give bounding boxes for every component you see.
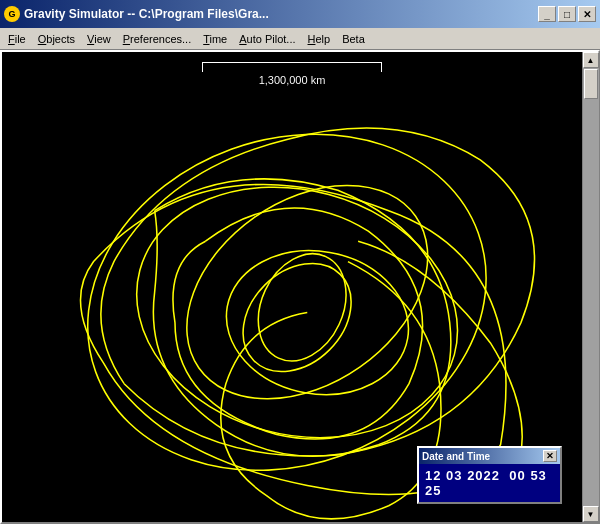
datetime-content: 12 03 2022 00 53 25	[419, 464, 560, 502]
title-bar: G Gravity Simulator -- C:\Program Files\…	[0, 0, 600, 28]
datetime-value: 12 03 2022 00 53 25	[425, 468, 554, 498]
svg-point-5	[242, 239, 363, 375]
menu-autopilot[interactable]: Auto Pilot...	[233, 31, 301, 47]
svg-point-3	[215, 237, 420, 409]
window-title: Gravity Simulator -- C:\Program Files\Gr…	[24, 7, 269, 21]
menu-view[interactable]: View	[81, 31, 117, 47]
main-frame: 1,300,000 km	[0, 50, 600, 524]
menu-help[interactable]: Help	[302, 31, 337, 47]
window-controls: _ □ ✕	[538, 6, 596, 22]
scroll-down-button[interactable]: ▼	[583, 506, 599, 522]
menu-beta[interactable]: Beta	[336, 31, 371, 47]
close-button[interactable]: ✕	[578, 6, 596, 22]
title-bar-left: G Gravity Simulator -- C:\Program Files\…	[4, 6, 269, 22]
simulation-canvas[interactable]: 1,300,000 km	[2, 52, 582, 522]
minimize-button[interactable]: _	[538, 6, 556, 22]
menu-file[interactable]: File	[2, 31, 32, 47]
scroll-track[interactable]	[583, 68, 599, 506]
maximize-button[interactable]: □	[558, 6, 576, 22]
app-icon: G	[4, 6, 20, 22]
vertical-scrollbar: ▲ ▼	[582, 52, 598, 522]
svg-point-2	[146, 141, 468, 443]
menu-bar: File Objects View Preferences... Time Au…	[0, 28, 600, 50]
scroll-up-button[interactable]: ▲	[583, 52, 599, 68]
menu-objects[interactable]: Objects	[32, 31, 81, 47]
datetime-title: Date and Time	[422, 451, 490, 462]
scroll-thumb[interactable]	[584, 69, 598, 99]
datetime-widget: Date and Time ✕ 12 03 2022 00 53 25	[417, 446, 562, 504]
datetime-close-button[interactable]: ✕	[543, 450, 557, 462]
menu-time[interactable]: Time	[197, 31, 233, 47]
datetime-titlebar: Date and Time ✕	[419, 448, 560, 464]
menu-preferences[interactable]: Preferences...	[117, 31, 197, 47]
svg-point-4	[222, 242, 373, 393]
